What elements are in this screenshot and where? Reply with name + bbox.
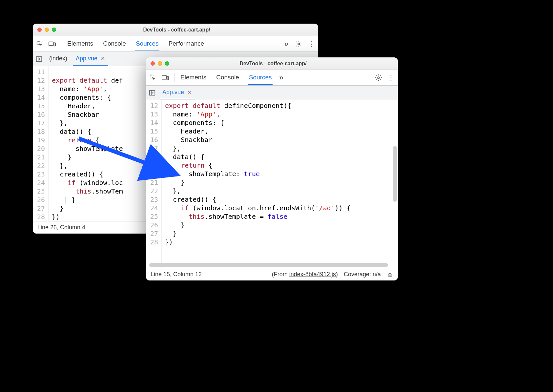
gear-icon[interactable] xyxy=(295,40,302,48)
file-tab-index[interactable]: (index) xyxy=(47,52,70,66)
svg-rect-2 xyxy=(54,43,56,46)
device-toggle-icon[interactable] xyxy=(162,74,169,81)
close-icon[interactable]: ✕ xyxy=(100,55,106,62)
tab-elements[interactable]: Elements xyxy=(180,71,207,85)
panel-tabs: Elements Console Sources Performance xyxy=(67,37,277,51)
code-editor[interactable]: 1213141516171819202122232425262728 expor… xyxy=(146,100,398,268)
inspect-icon[interactable] xyxy=(149,74,156,81)
source-map-from: (From index-8bfa4912.js) xyxy=(272,271,338,278)
close-icon[interactable]: ✕ xyxy=(187,89,192,95)
main-toolbar: Elements Console Sources Performance » ⋮ xyxy=(33,36,318,52)
inspect-icon[interactable] xyxy=(36,40,43,48)
status-bar: Line 15, Column 12 (From index-8bfa4912.… xyxy=(146,268,398,280)
svg-rect-1 xyxy=(49,42,53,45)
kebab-menu-icon[interactable]: ⋮ xyxy=(308,40,315,48)
more-tabs-icon[interactable]: » xyxy=(278,74,285,81)
window-title: DevTools - coffee-cart.app/ xyxy=(40,27,314,33)
svg-rect-4 xyxy=(36,56,42,61)
file-tabs: App.vue ✕ xyxy=(146,86,398,100)
more-tabs-icon[interactable]: » xyxy=(283,40,290,48)
eject-icon[interactable] xyxy=(387,271,393,278)
titlebar[interactable]: DevTools - coffee-cart.app/ xyxy=(33,24,318,36)
line-gutter: 1213141516171819202122232425262728 xyxy=(146,100,162,268)
code-content[interactable]: export default defineComponent({ name: '… xyxy=(162,100,398,268)
tab-sources[interactable]: Sources xyxy=(135,37,159,51)
file-tab-label: (index) xyxy=(49,55,67,62)
kebab-menu-icon[interactable]: ⋮ xyxy=(387,74,395,81)
svg-point-3 xyxy=(298,43,300,45)
main-toolbar: Elements Console Sources » ⋮ xyxy=(146,70,398,86)
svg-rect-7 xyxy=(162,75,167,79)
navigator-toggle-icon[interactable] xyxy=(35,55,43,63)
svg-point-9 xyxy=(378,77,379,79)
tab-console[interactable]: Console xyxy=(102,37,127,51)
file-tab-label: App.vue xyxy=(162,89,184,96)
tab-sources[interactable]: Sources xyxy=(248,71,273,85)
file-tab-appvue[interactable]: App.vue ✕ xyxy=(160,86,195,99)
gear-icon[interactable] xyxy=(375,74,382,81)
tab-performance[interactable]: Performance xyxy=(168,37,205,51)
cursor-position: Line 26, Column 4 xyxy=(37,224,85,231)
titlebar[interactable]: DevTools - coffee-cart.app/ xyxy=(146,57,398,70)
panel-tabs: Elements Console Sources xyxy=(180,71,273,85)
separator xyxy=(61,40,61,48)
vertical-scrollbar[interactable] xyxy=(393,146,397,202)
navigator-toggle-icon[interactable] xyxy=(148,89,156,97)
file-tab-label: App.vue xyxy=(76,55,97,62)
coverage-status: Coverage: n/a xyxy=(344,271,381,278)
line-gutter: 111213141516171819202122232425262728 xyxy=(33,66,49,221)
horizontal-scrollbar[interactable] xyxy=(149,263,388,267)
separator xyxy=(174,73,174,82)
tab-elements[interactable]: Elements xyxy=(67,37,94,51)
tab-console[interactable]: Console xyxy=(215,71,240,85)
cursor-position: Line 15, Column 12 xyxy=(151,271,202,278)
device-toggle-icon[interactable] xyxy=(49,40,56,48)
svg-rect-10 xyxy=(150,90,155,95)
devtools-window-front: DevTools - coffee-cart.app/ Elements Con… xyxy=(146,57,398,280)
source-map-link[interactable]: index-8bfa4912.js xyxy=(289,271,336,278)
file-tab-appvue[interactable]: App.vue ✕ xyxy=(73,52,108,66)
svg-rect-8 xyxy=(167,76,169,80)
window-title: DevTools - coffee-cart.app/ xyxy=(153,61,393,67)
